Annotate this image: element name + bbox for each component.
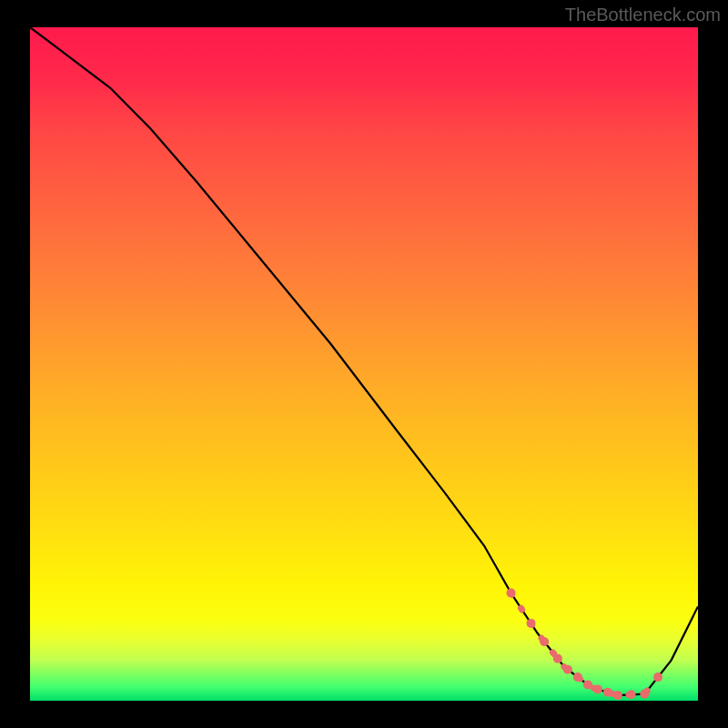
highlight-dot: [640, 690, 649, 699]
highlight-dot: [507, 589, 516, 598]
highlight-segment: [511, 593, 659, 696]
highlight-dot: [653, 672, 662, 682]
watermark-text: TheBottleneck.com: [565, 5, 721, 25]
highlight-dot: [593, 684, 602, 693]
highlight-dot: [573, 672, 582, 682]
highlight-dot: [613, 691, 622, 700]
plot-area: [30, 27, 698, 701]
bottleneck-curve: [30, 27, 698, 695]
highlight-dot: [603, 688, 612, 697]
chart-svg: [30, 27, 698, 701]
highlight-dot: [553, 654, 562, 663]
highlight-dots: [507, 589, 663, 701]
highlight-dot: [583, 680, 592, 689]
highlight-dot: [540, 637, 549, 646]
highlight-dot: [527, 619, 536, 628]
highlight-dot: [627, 690, 636, 699]
chart-container: TheBottleneck.com: [0, 0, 728, 728]
highlight-dot: [563, 665, 572, 674]
